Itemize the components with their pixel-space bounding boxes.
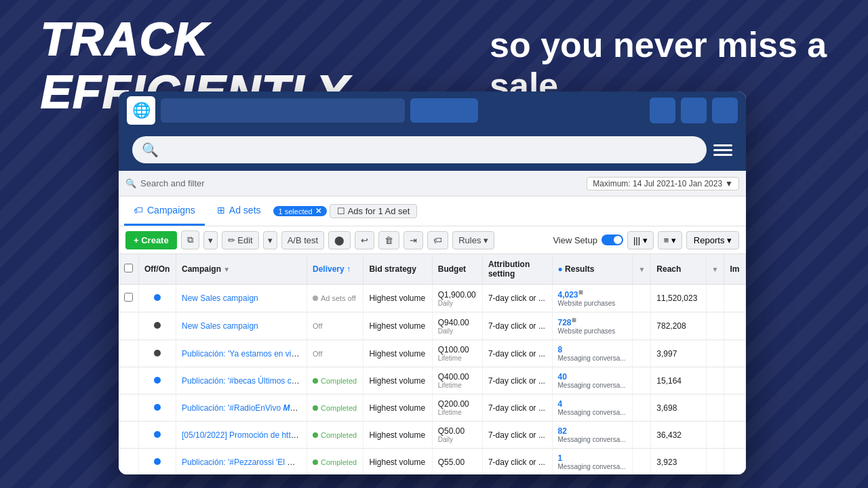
row-delivery: Completed — [307, 394, 363, 422]
row-results: 1Messaging conversa... — [552, 449, 633, 475]
status-dot — [154, 404, 161, 411]
row-status[interactable] — [139, 285, 176, 312]
row-budget: Q100.00Lifetime — [432, 340, 482, 367]
row-checkbox-cell[interactable] — [119, 285, 139, 312]
row-status[interactable] — [139, 394, 176, 422]
duplicate-dropdown[interactable]: ▾ — [203, 231, 218, 249]
row-attribution: 7-day click or ... — [482, 340, 552, 367]
row-campaign-name[interactable]: New Sales campaign — [176, 312, 307, 340]
campaigns-table: Off/On Campaign ▼ Delivery ↑ Bid strateg… — [119, 254, 746, 474]
row-delivery: Off — [307, 340, 363, 367]
row-reach-spacer — [706, 340, 724, 367]
row-budget: Q55.00 — [432, 449, 482, 475]
th-im: Im — [724, 254, 746, 285]
th-results-col[interactable]: ▼ — [633, 254, 651, 285]
row-delivery: Completed — [307, 422, 363, 449]
row-impressions — [724, 312, 746, 340]
table-row: Publicación: '#RadioEnVivo Música y Depo… — [119, 394, 746, 422]
row-campaign-name[interactable]: Publicación: 'Ya estamos en vivo en ' — [176, 340, 307, 367]
row-attribution: 7-day click or ... — [482, 449, 552, 475]
hamburger-menu[interactable] — [713, 144, 732, 156]
row-bid: Highest volume — [363, 285, 432, 312]
row-checkbox-cell[interactable] — [119, 340, 139, 367]
columns-button[interactable]: ||| ▾ — [627, 231, 654, 249]
th-checkbox[interactable] — [119, 254, 139, 285]
campaign-filter-icon[interactable]: ▼ — [223, 266, 230, 273]
tab-campaigns[interactable]: 🏷 Campaigns — [124, 197, 205, 226]
edit-button[interactable]: ✏ Edit — [222, 231, 259, 249]
checkbox-ads-icon: ☐ — [337, 206, 345, 216]
browser-btn-2[interactable] — [681, 98, 707, 123]
browser-search-area: 🔍 — [119, 129, 746, 171]
row-attribution: 7-day click or ... — [482, 285, 552, 312]
selected-badge[interactable]: 1 selected ✕ — [273, 206, 327, 216]
select-all-checkbox[interactable] — [124, 264, 133, 272]
rules-button[interactable]: Rules ▾ — [452, 231, 494, 249]
row-checkbox[interactable] — [124, 293, 133, 302]
th-attribution: Attributionsetting — [482, 254, 552, 285]
row-delivery: Ad sets off — [307, 285, 363, 312]
date-range-chevron: ▼ — [725, 179, 733, 188]
row-status[interactable] — [139, 312, 176, 340]
row-budget: Q400.00Lifetime — [432, 367, 482, 394]
delivery-dot — [313, 405, 318, 411]
move-button[interactable]: ⇥ — [403, 231, 423, 249]
main-search-box[interactable]: 🔍 — [132, 136, 707, 163]
adsets-icon: ⊞ — [217, 205, 225, 216]
ads-toolbar: 🔍 Search and filter Maximum: 14 Jul 2021… — [119, 171, 746, 197]
row-status[interactable] — [139, 449, 176, 475]
browser-btn-1[interactable] — [650, 98, 675, 123]
th-campaign[interactable]: Campaign ▼ — [176, 254, 307, 285]
search-filter-label: Search and filter — [140, 178, 205, 188]
date-range-picker[interactable]: Maximum: 14 Jul 2021-10 Jan 2023 ▼ — [587, 177, 739, 190]
row-bid: Highest volume — [363, 422, 432, 449]
browser-btn-3[interactable] — [712, 98, 738, 123]
row-checkbox-cell[interactable] — [119, 394, 139, 422]
row-checkbox-cell[interactable] — [119, 422, 139, 449]
search-filter[interactable]: 🔍 Search and filter — [125, 178, 205, 188]
row-checkbox-cell[interactable] — [119, 449, 139, 475]
duplicate-button[interactable]: ⧉ — [181, 230, 199, 249]
row-spacer — [633, 394, 651, 422]
reports-button[interactable]: Reports ▾ — [686, 231, 739, 249]
tab-adsets[interactable]: ⊞ Ad sets — [208, 197, 271, 226]
edit-dropdown[interactable]: ▾ — [263, 231, 277, 249]
undo-button[interactable]: ↩ — [355, 231, 374, 249]
row-status[interactable] — [139, 340, 176, 367]
row-impressions — [724, 340, 746, 367]
th-reach-col[interactable]: ▼ — [706, 254, 724, 285]
row-campaign-name[interactable]: Publicación: '#becas Últimos cupos dispo… — [176, 367, 307, 394]
copy-button[interactable]: ⬤ — [328, 231, 351, 249]
ads-manager-content: 🔍 Search and filter Maximum: 14 Jul 2021… — [119, 171, 746, 474]
tag-button[interactable]: 🏷 — [427, 231, 448, 249]
row-campaign-name[interactable]: Publicación: '#RadioEnVivo Música y Depo… — [176, 394, 307, 422]
row-checkbox-cell[interactable] — [119, 312, 139, 340]
ads-for-label: Ads for 1 Ad set — [348, 206, 410, 216]
delete-button[interactable]: 🗑 — [378, 231, 399, 249]
row-reach: 15,164 — [651, 367, 706, 394]
row-results: 82Messaging conversa... — [552, 422, 633, 449]
row-campaign-name[interactable]: Publicación: '#Pezzarossi 'El Rolo' afic… — [176, 449, 307, 475]
row-budget: Q940.00Daily — [432, 312, 482, 340]
campaigns-table-wrapper: Off/On Campaign ▼ Delivery ↑ Bid strateg… — [119, 254, 746, 474]
table-row: New Sales campaignAd sets offHighest vol… — [119, 285, 746, 312]
th-budget: Budget — [432, 254, 482, 285]
row-impressions — [724, 285, 746, 312]
row-campaign-name[interactable]: New Sales campaign — [176, 285, 307, 312]
row-status[interactable] — [139, 422, 176, 449]
browser-buttons — [650, 98, 738, 123]
create-button[interactable]: + Create — [125, 231, 177, 249]
row-attribution: 7-day click or ... — [482, 422, 552, 449]
row-reach: 3,923 — [651, 449, 706, 475]
table-row: New Sales campaignOffHighest volumeQ940.… — [119, 312, 746, 340]
row-checkbox-cell[interactable] — [119, 367, 139, 394]
selected-badge-close[interactable]: ✕ — [315, 207, 321, 216]
ab-test-button[interactable]: A/B test — [281, 231, 325, 249]
view-setup-toggle[interactable] — [601, 235, 623, 245]
row-status[interactable] — [139, 367, 176, 394]
row-spacer — [633, 367, 651, 394]
campaigns-icon: 🏷 — [134, 205, 143, 216]
breakdown-button[interactable]: ≡ ▾ — [658, 231, 682, 249]
row-campaign-name[interactable]: [05/10/2022] Promoción de https://www.fa… — [176, 422, 307, 449]
th-delivery[interactable]: Delivery ↑ — [307, 254, 363, 285]
